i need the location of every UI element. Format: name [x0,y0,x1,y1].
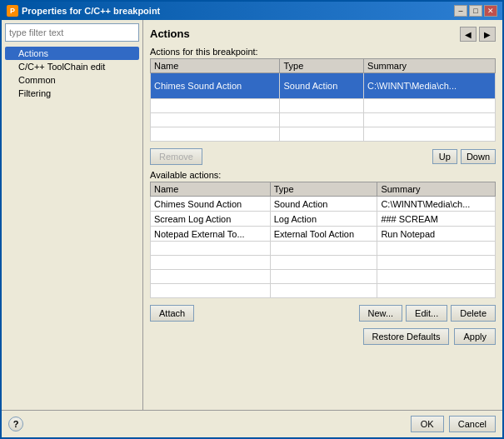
table-row[interactable]: Chimes Sound ActionSound ActionC:\WINNT\… [151,73,496,99]
forward-arrow-button[interactable]: ▶ [479,27,496,42]
main-content: Actions C/C++ ToolChain edit Common Filt… [2,20,502,410]
table-row[interactable]: Notepad External To...External Tool Acti… [151,227,496,242]
window-controls: – □ ✕ [454,5,497,17]
help-button[interactable]: ? [8,417,23,432]
title-bar-left: P Properties for C/C++ breakpoint [7,5,160,17]
table-row [151,270,496,284]
upper-col-summary: Summary [364,59,496,73]
cancel-button[interactable]: Cancel [449,416,496,432]
lower-action-row: Attach New... Edit... Delete [150,305,496,322]
window-title: Properties for C/C++ breakpoint [22,6,160,16]
properties-window: P Properties for C/C++ breakpoint – □ ✕ … [0,0,504,439]
lower-col-type: Type [270,182,377,197]
down-button[interactable]: Down [461,149,496,164]
upper-table-header: Name Type Summary [151,59,496,73]
up-down-buttons: Up Down [432,149,496,164]
upper-section: Actions for this breakpoint: Name Type S… [150,47,496,142]
up-button[interactable]: Up [432,149,457,164]
table-row [151,284,496,298]
upper-col-type: Type [280,59,364,73]
lower-col-name: Name [151,182,271,197]
filter-input[interactable] [5,23,139,42]
table-row [151,127,496,142]
table-row [151,242,496,256]
upper-col-name: Name [151,59,280,73]
table-row [151,99,496,113]
upper-action-row: Remove Up Down [150,148,496,165]
lower-table-header: Name Type Summary [151,182,496,197]
upper-section-label: Actions for this breakpoint: [150,47,496,57]
sidebar-item-actions[interactable]: Actions [5,47,139,60]
new-button[interactable]: New... [359,305,403,322]
lower-section-label: Available actions: [150,170,496,180]
edit-button[interactable]: Edit... [406,305,447,322]
ok-cancel-buttons: OK Cancel [411,416,496,432]
ned-buttons: New... Edit... Delete [359,305,497,322]
nav-tree: Actions C/C++ ToolChain edit Common Filt… [5,47,139,100]
restore-defaults-button[interactable]: Restore Defaults [363,328,450,345]
table-row [151,113,496,127]
upper-table: Name Type Summary Chimes Sound ActionSou… [150,58,496,142]
lower-col-summary: Summary [377,182,496,197]
panel-header: Actions ◀ ▶ [150,27,496,42]
sidebar: Actions C/C++ ToolChain edit Common Filt… [2,20,143,410]
attach-button[interactable]: Attach [150,305,194,322]
title-bar: P Properties for C/C++ breakpoint – □ ✕ [2,2,502,20]
back-arrow-button[interactable]: ◀ [460,27,477,42]
ok-button[interactable]: OK [411,416,444,432]
delete-button[interactable]: Delete [451,305,496,322]
close-button[interactable]: ✕ [484,5,497,17]
sidebar-item-common[interactable]: Common [5,73,139,87]
remove-button[interactable]: Remove [150,148,202,165]
table-row[interactable]: Scream Log ActionLog Action### SCREAM [151,212,496,227]
panel-title: Actions [150,27,190,40]
sidebar-item-toolchain[interactable]: C/C++ ToolChain edit [5,60,139,73]
maximize-button[interactable]: □ [469,5,482,17]
minimize-button[interactable]: – [454,5,467,17]
actions-panel: Actions ◀ ▶ Actions for this breakpoint:… [143,20,502,410]
lower-section: Available actions: Name Type Summary Chi… [150,170,496,298]
restore-apply-row: Restore Defaults Apply [150,328,496,345]
window-icon: P [7,5,18,17]
table-row[interactable]: Chimes Sound ActionSound ActionC:\WINNT\… [151,197,496,212]
sidebar-item-filtering[interactable]: Filtering [5,87,139,100]
bottom-bar: ? OK Cancel [2,410,502,437]
lower-table: Name Type Summary Chimes Sound ActionSou… [150,182,496,298]
apply-button[interactable]: Apply [454,328,496,345]
table-row [151,256,496,270]
